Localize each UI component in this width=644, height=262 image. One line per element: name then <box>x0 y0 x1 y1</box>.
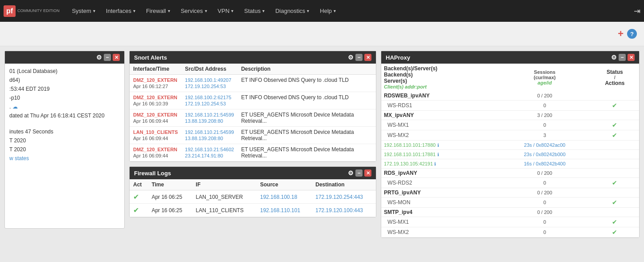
chevron-down-icon: ▾ <box>231 8 233 13</box>
info-icon[interactable]: ℹ <box>434 161 436 166</box>
info-row: 01 (Local Database) <box>9 68 120 74</box>
client-age: 23s / 0x80242b000 <box>499 150 591 159</box>
server-name: WS-MX1 <box>381 217 499 227</box>
exit-icon[interactable]: ⇥ <box>634 6 640 16</box>
haproxy-server-row: WS-MX2 0 ✔ <box>381 227 639 238</box>
snort-addresses: 192.168.110.21:54602 23.214.174.91:80 <box>181 144 237 161</box>
col-interface-time: Interface/Time <box>130 64 181 75</box>
col-source: Source <box>257 179 312 190</box>
minimize-icon[interactable]: − <box>619 54 626 61</box>
snort-table: Interface/Time Src/Dst Address Descripti… <box>130 64 376 161</box>
haproxy-server-row: WS-MX1 0 ✔ <box>381 217 639 227</box>
nav-help[interactable]: Help ▾ <box>314 0 341 22</box>
snort-addresses: 192.168.100.2:62175 172.19.120.254:53 <box>181 92 237 109</box>
snort-title: Snort Alerts <box>134 54 348 61</box>
snort-description: ET INFO Observed DNS Query to .cloud TLD <box>237 92 376 109</box>
system-info-body: 01 (Local Database) d64) :53:44 EDT 2019… <box>5 64 124 169</box>
brand[interactable]: pf COMMUNITY EDITION <box>4 5 59 17</box>
server-status: ✔ <box>591 227 639 238</box>
main-content: − ✕ 01 (Local Database) d64) :53:44 EDT … <box>0 46 644 242</box>
logo: pf <box>4 5 16 17</box>
haproxy-backend-row: PRTG_ipvANY 0 / 200 <box>381 188 639 198</box>
chevron-down-icon: ▾ <box>168 8 170 13</box>
minimize-icon[interactable]: − <box>355 169 363 177</box>
table-row: DMZ_120_EXTERN Apr 16 06:09:44 192.168.1… <box>130 109 376 127</box>
haproxy-backend-row: SMTP_ipv4 0 / 200 <box>381 208 639 217</box>
fw-dst: 172.19.120.100:443 <box>312 204 376 217</box>
cloud-icon: ☁ <box>12 104 18 110</box>
backend-name: RDS_ipvANY <box>381 169 499 178</box>
col-time: Time <box>148 179 192 190</box>
close-icon[interactable]: ✕ <box>628 54 635 61</box>
table-row: LAN_110_CLIENTS Apr 16 06:09:44 192.168.… <box>130 127 376 144</box>
snort-iface-time: DMZ_120_EXTERN Apr 16 06:10:39 <box>130 92 181 109</box>
close-icon[interactable]: ✕ <box>113 54 120 61</box>
header-icon-group: − ✕ <box>348 54 371 61</box>
wrench-icon[interactable] <box>96 54 102 61</box>
table-row: ✔ Apr 16 06:25 LAN_100_SERVER 192.168.10… <box>130 190 376 204</box>
server-name: WS-RDS2 <box>381 178 499 188</box>
fw-iface: LAN_100_SERVER <box>192 190 257 204</box>
backend-status <box>591 188 639 198</box>
snort-firewall-column: Snort Alerts − ✕ Interface/Time Src/Dst … <box>129 51 376 218</box>
nav-interfaces[interactable]: Interfaces ▾ <box>101 0 141 22</box>
backend-sessions: 0 / 200 <box>499 169 591 178</box>
nav-status[interactable]: Status ▾ <box>239 0 270 22</box>
backend-name: PRTG_ipvANY <box>381 188 499 198</box>
col-destination: Destination <box>312 179 376 190</box>
haproxy-header: HAProxy − ✕ <box>381 51 639 64</box>
server-name: WS-MX2 <box>381 130 499 141</box>
server-sessions: 3 <box>499 130 591 141</box>
snort-iface-time: DMZ_120_EXTERN Apr 16 06:12:27 <box>130 75 181 92</box>
firewall-logs-widget: Firewall Logs − ✕ Act Time IF Source Des… <box>129 166 376 218</box>
toolbar-strip: + ? <box>0 22 644 46</box>
info-row: dated at Thu Apr 16 6:18:41 CEST 2020 <box>9 113 120 119</box>
server-status: ✔ <box>591 101 639 111</box>
close-icon[interactable]: ✕ <box>364 169 371 177</box>
wrench-icon[interactable] <box>348 54 354 61</box>
server-sessions: 0 <box>499 101 591 111</box>
snort-addresses: 192.168.100.1:49207 172.19.120.254:53 <box>181 75 237 92</box>
view-states-link[interactable]: w states <box>9 155 120 161</box>
table-row: DMZ_120_EXTERN Apr 16 06:12:27 192.168.1… <box>130 75 376 92</box>
header-icon-group: − ✕ <box>611 54 635 61</box>
backend-sessions: 3 / 200 <box>499 111 591 120</box>
server-sessions: 0 <box>499 120 591 130</box>
firewall-table: Act Time IF Source Destination ✔ Apr 16 … <box>130 179 376 217</box>
info-row: :53:44 EDT 2019 <box>9 86 120 92</box>
server-status: ✔ <box>591 178 639 188</box>
wrench-icon[interactable] <box>348 169 354 177</box>
backend-name: RDSWEB_ipvANY <box>381 91 499 101</box>
minimize-icon[interactable]: − <box>104 54 111 61</box>
fw-time: Apr 16 06:25 <box>148 190 192 204</box>
info-row: T 2020 <box>9 146 120 153</box>
server-sessions: 0 <box>499 217 591 227</box>
client-actions <box>591 159 639 169</box>
firewall-title: Firewall Logs <box>134 170 348 177</box>
help-button[interactable]: ? <box>627 29 637 39</box>
haproxy-server-row: WS-RDS1 0 ✔ <box>381 101 639 111</box>
add-widget-button[interactable]: + <box>618 28 624 40</box>
wrench-icon[interactable] <box>611 54 617 61</box>
chevron-down-icon: ▾ <box>262 8 265 13</box>
nav-services[interactable]: Services ▾ <box>175 0 212 22</box>
minimize-icon[interactable]: − <box>355 54 363 61</box>
fw-act: ✔ <box>130 204 148 217</box>
fw-src: 192.168.100.18 <box>257 190 312 204</box>
info-text: . <box>9 104 11 110</box>
nav-firewall[interactable]: Firewall ▾ <box>141 0 175 22</box>
nav-diagnostics[interactable]: Diagnostics ▾ <box>270 0 314 22</box>
nav-vpn[interactable]: VPN ▾ <box>212 0 239 22</box>
close-icon[interactable]: ✕ <box>364 54 371 61</box>
info-icon[interactable]: ℹ <box>437 152 439 157</box>
backend-sessions: 0 / 200 <box>499 208 591 217</box>
nav-system[interactable]: System ▾ <box>66 0 100 22</box>
client-addr: 192.168.110.101:17880 ℹ <box>381 141 499 150</box>
haproxy-backend-row: RDS_ipvANY 0 / 200 <box>381 169 639 178</box>
haproxy-table: Backend(s)/Server(s) Backend(s) Server(s… <box>381 64 639 238</box>
server-name: WS-MX1 <box>381 120 499 130</box>
brand-subtitle: COMMUNITY EDITION <box>17 8 59 13</box>
snort-header: Snort Alerts − ✕ <box>130 51 376 64</box>
info-icon[interactable]: ℹ <box>437 143 439 148</box>
client-addr: 172.19.130.105:42191 ℹ <box>381 159 499 169</box>
